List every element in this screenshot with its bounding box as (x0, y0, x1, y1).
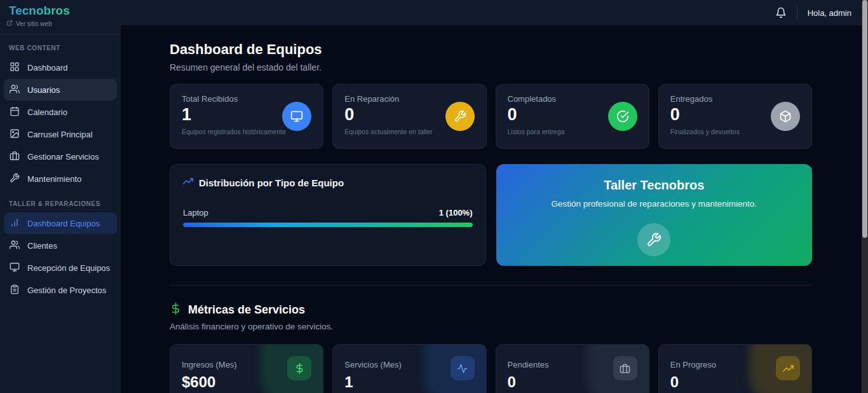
scrollbar-thumb[interactable] (862, 0, 867, 238)
metric-card-en-progreso: En Progreso 0 (658, 344, 812, 393)
activity-icon (451, 356, 475, 380)
sidebar-item-label: Mantenimiento (27, 174, 81, 184)
sidebar-section-taller: TALLER & REPARACIONES (0, 190, 121, 212)
metric-card-servicios: Servicios (Mes) 1 (332, 344, 486, 393)
page-subtitle: Resumen general del estado del taller. (170, 62, 812, 72)
metric-card-pendientes: Pendientes 0 (496, 344, 649, 393)
topbar-divider (797, 6, 797, 19)
promo-title: Taller Tecnobros (496, 178, 813, 193)
distribution-title: Distribución por Tipo de Equipo (199, 177, 344, 188)
users-icon (10, 240, 20, 252)
view-site-label: Ver sitio web (16, 20, 52, 27)
sidebar-item-dashboard[interactable]: Dashboard (4, 57, 117, 78)
users-icon (10, 84, 20, 96)
sidebar-item-label: Clientes (27, 241, 57, 251)
sidebar-item-dashboard-equipos[interactable]: Dashboard Equipos (4, 212, 117, 234)
sidebar-item-carrusel-principal[interactable]: Carrusel Principal (4, 123, 117, 145)
trending-up-icon (183, 176, 193, 189)
dollar-icon (170, 303, 182, 317)
sidebar-section-web-content: WEB CONTENT (0, 34, 121, 56)
dollar-icon (287, 356, 311, 380)
distribution-row-value: 1 (100%) (439, 208, 473, 217)
stat-card-total-recibidos: Total Recibidos 1 Equipos registrados hi… (170, 84, 323, 149)
sidebar: Tecnobros Ver sitio web WEB CONTENT Dash… (0, 0, 121, 393)
brand-title[interactable]: Tecnobros (9, 4, 70, 18)
monitor-icon (10, 262, 20, 274)
sidebar-item-label: Recepción de Equipos (27, 263, 110, 273)
package-icon (771, 102, 800, 131)
page-title: Dashboard de Equipos (170, 41, 812, 58)
sidebar-item-label: Gestionar Servicios (27, 152, 99, 162)
user-greeting[interactable]: Hola, admin (808, 8, 851, 18)
wrench-icon (637, 223, 670, 256)
wrench-icon (10, 173, 20, 185)
distribution-row-label: Laptop (183, 208, 208, 217)
view-site-link[interactable]: Ver sitio web (6, 20, 121, 27)
trending-up-icon (776, 356, 800, 380)
briefcase-icon (613, 356, 637, 380)
sidebar-item-label: Usuarios (27, 85, 60, 95)
metrics-title: Métricas de Servicios (188, 303, 305, 317)
sidebar-item-label: Carrusel Principal (27, 130, 93, 139)
stat-card-completados: Completados 0 Listos para entrega (496, 84, 649, 149)
metrics-cards-row: Ingresos (Mes) $600 Servicios (Mes) 1 Pe… (170, 344, 812, 393)
sidebar-item-clientes[interactable]: Clientes (4, 235, 117, 256)
metric-card-ingresos: Ingresos (Mes) $600 (170, 344, 323, 393)
sidebar-item-mantenimiento[interactable]: Mantenimiento (4, 168, 117, 190)
external-link-icon (6, 20, 13, 27)
briefcase-icon (10, 151, 20, 163)
sidebar-item-calendario[interactable]: Calendario (4, 101, 117, 123)
sidebar-item-label: Gestión de Proyectos (27, 286, 106, 295)
topbar: Hola, admin (121, 0, 862, 25)
distribution-bar-track (183, 223, 473, 227)
sidebar-item-usuarios[interactable]: Usuarios (4, 79, 117, 100)
stat-card-entregados: Entregados 0 Finalizados y devueltos (658, 84, 812, 149)
distribution-bar-fill (183, 223, 473, 227)
monitor-icon (282, 102, 311, 131)
promo-card: Taller Tecnobros Gestión profesional de … (496, 164, 813, 266)
promo-subtitle: Gestión profesional de reparaciones y ma… (496, 199, 813, 209)
sidebar-item-label: Dashboard Equipos (27, 219, 100, 228)
check-circle-icon (608, 102, 637, 131)
stat-cards-row: Total Recibidos 1 Equipos registrados hi… (170, 84, 812, 149)
sidebar-item-gestionar-servicios[interactable]: Gestionar Servicios (4, 146, 117, 167)
image-icon (10, 128, 20, 141)
stat-card-en-reparacion: En Reparación 0 Equipos actualmente en t… (332, 84, 486, 149)
section-divider (170, 285, 812, 286)
metrics-subtitle: Análisis financiero y operativo de servi… (170, 322, 812, 331)
bar-chart-icon (10, 217, 20, 230)
sidebar-item-label: Dashboard (27, 63, 68, 72)
calendar-icon (10, 106, 20, 118)
sidebar-item-gestion-de-proyectos[interactable]: Gestión de Proyectos (4, 279, 117, 301)
distribution-row: Laptop 1 (100%) (183, 208, 473, 217)
wrench-icon (445, 102, 475, 131)
clipboard-icon (10, 284, 20, 296)
grid-icon (10, 62, 20, 74)
sidebar-item-label: Calendario (27, 107, 67, 117)
main-content: Dashboard de Equipos Resumen general del… (121, 25, 862, 393)
sidebar-item-recepcion-de-equipos[interactable]: Recepción de Equipos (4, 257, 117, 279)
distribution-card: Distribución por Tipo de Equipo Laptop 1… (170, 164, 486, 266)
scrollbar-track[interactable] (862, 0, 868, 393)
bell-icon[interactable] (775, 7, 787, 18)
charts-row: Distribución por Tipo de Equipo Laptop 1… (170, 164, 812, 266)
